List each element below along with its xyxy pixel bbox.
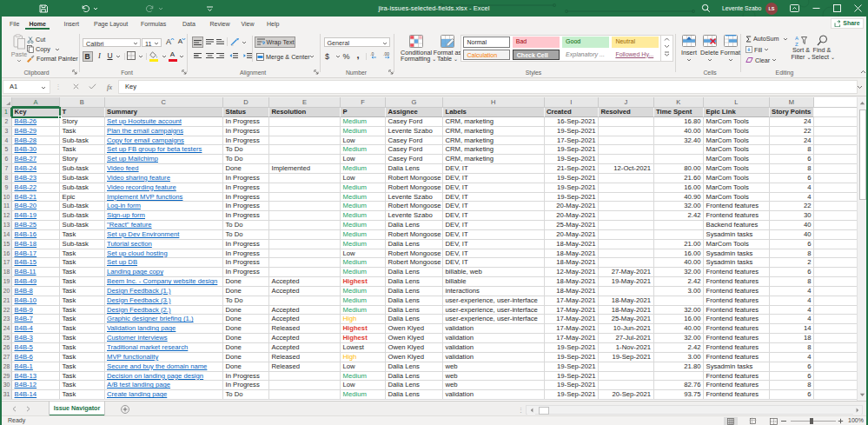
cell-D10[interactable]: In Progress bbox=[223, 193, 269, 203]
cell-L19[interactable]: Frontend features bbox=[704, 277, 770, 287]
cell-M31[interactable]: 6 bbox=[770, 390, 815, 400]
cell-L25[interactable]: Frontend features bbox=[704, 334, 770, 343]
cell-B14[interactable]: Task bbox=[60, 230, 105, 240]
cell-C22[interactable]: Design Feedback (2.) bbox=[105, 306, 224, 315]
font-name-combo[interactable]: Calibri bbox=[83, 38, 141, 48]
horizontal-scroll-thumb[interactable] bbox=[539, 407, 549, 415]
ribbon-tab-file[interactable]: File bbox=[10, 17, 19, 30]
cell-I29[interactable]: 19-Sep-2021 bbox=[545, 372, 600, 382]
cell-style-check-cell[interactable]: Check Cell bbox=[513, 50, 560, 61]
vertical-scrollbar[interactable] bbox=[857, 97, 866, 401]
gallery-scroll-up[interactable] bbox=[664, 37, 670, 42]
header-cell-key[interactable]: Key bbox=[12, 108, 60, 117]
cell-B24[interactable]: Task bbox=[60, 324, 105, 334]
cell-M12[interactable]: 30 bbox=[770, 211, 815, 221]
cell-H12[interactable]: DEV, IT bbox=[443, 211, 545, 221]
cell-G12[interactable]: Levente Szabo bbox=[386, 211, 443, 221]
cell-I22[interactable]: 17-May-2021 bbox=[545, 306, 600, 315]
cell-G24[interactable]: Owen Klyed bbox=[386, 324, 443, 334]
increase-indent-button[interactable] bbox=[243, 53, 252, 59]
cell-G13[interactable]: Dalia Lens bbox=[386, 221, 443, 230]
sort-filter-dropdown[interactable]: ⌄ bbox=[806, 55, 811, 60]
avatar[interactable]: LS bbox=[765, 3, 778, 15]
cell-C23[interactable]: Graphic designer briefing (1.) bbox=[105, 315, 224, 324]
cell-C2[interactable]: Set up Hootsuite account bbox=[105, 117, 224, 127]
cell-G7[interactable]: Dalia Lens bbox=[386, 164, 443, 174]
cell-style-good[interactable]: Good bbox=[562, 37, 609, 48]
cell-M5[interactable]: 8 bbox=[770, 145, 815, 155]
cell-H25[interactable]: validation bbox=[443, 334, 545, 343]
zoom-in-button[interactable] bbox=[838, 418, 844, 424]
cell-E16[interactable] bbox=[269, 249, 341, 259]
cell-I18[interactable]: 12-May-2021 bbox=[545, 268, 600, 277]
accounting-format-button[interactable]: $ bbox=[325, 52, 329, 61]
cell-M20[interactable]: 4 bbox=[770, 287, 815, 296]
cell-F14[interactable]: Medium bbox=[341, 230, 386, 240]
cell-F24[interactable]: Highest bbox=[341, 324, 386, 334]
row-number-2[interactable]: 2 bbox=[2, 117, 12, 127]
cell-F30[interactable]: Low bbox=[341, 381, 386, 390]
cell-N14[interactable] bbox=[814, 230, 857, 240]
cell-J5[interactable] bbox=[599, 145, 654, 155]
header-cell-resolution[interactable]: Resolution bbox=[269, 108, 341, 117]
underline-button[interactable]: U bbox=[106, 51, 114, 62]
scroll-right-button[interactable] bbox=[853, 407, 861, 415]
cell-K3[interactable]: 40.00 bbox=[654, 127, 705, 136]
cell-C4[interactable]: Copy for email campaigns bbox=[105, 136, 224, 146]
cell-I3[interactable]: 19-Sep-2021 bbox=[545, 127, 600, 136]
cell-A7[interactable]: B4B-24 bbox=[12, 164, 60, 174]
cell-E8[interactable] bbox=[269, 174, 341, 183]
cell-H19[interactable]: billable bbox=[443, 277, 545, 287]
cell-E12[interactable] bbox=[269, 211, 341, 221]
cell-H2[interactable]: CRM, marketing bbox=[443, 117, 545, 127]
cell-F20[interactable]: Medium bbox=[341, 287, 386, 296]
cell-H8[interactable]: DEV, IT bbox=[443, 174, 545, 183]
ribbon-tab-page-layout[interactable]: Page Layout bbox=[94, 17, 128, 30]
page-layout-view-button[interactable] bbox=[745, 417, 759, 425]
cell-N27[interactable] bbox=[814, 353, 857, 362]
column-header-I[interactable]: I bbox=[545, 97, 600, 108]
cell-A22[interactable]: B4B-9 bbox=[12, 306, 60, 315]
cell-E26[interactable]: Accepted bbox=[269, 343, 341, 353]
cell-F3[interactable]: Medium bbox=[341, 127, 386, 136]
cell-M24[interactable]: 14 bbox=[770, 324, 815, 334]
fill-color-button[interactable] bbox=[149, 51, 159, 62]
cell-E9[interactable] bbox=[269, 183, 341, 193]
cell-G9[interactable]: Robert Mongoose bbox=[386, 183, 443, 193]
header-cell-type[interactable]: T bbox=[60, 108, 105, 117]
align-right-button[interactable] bbox=[216, 53, 224, 59]
header-cell-priority[interactable]: P bbox=[341, 108, 386, 117]
cell-K7[interactable]: 80.00 bbox=[654, 164, 705, 174]
cell-C26[interactable]: Traditional market research bbox=[105, 343, 224, 353]
formula-bar-expand[interactable] bbox=[857, 85, 863, 90]
cell-K23[interactable]: 16.00 bbox=[654, 315, 705, 324]
cell-F27[interactable]: High bbox=[341, 353, 386, 362]
row-number-15[interactable]: 15 bbox=[2, 240, 12, 249]
cell-G17[interactable]: Robert Mongoose bbox=[386, 258, 443, 268]
cell-B16[interactable]: Task bbox=[60, 249, 105, 259]
cell-L26[interactable]: Frontend features bbox=[704, 343, 770, 353]
cell-K30[interactable]: 82.76 bbox=[654, 381, 705, 390]
normal-view-button[interactable] bbox=[724, 417, 738, 425]
cell-A12[interactable]: B4B-19 bbox=[12, 211, 60, 221]
cell-C6[interactable]: Set up Mailchimp bbox=[105, 155, 224, 164]
cell-I2[interactable]: 16-Sep-2021 bbox=[545, 117, 600, 127]
cell-K17[interactable]: 40.00 bbox=[654, 258, 705, 268]
sheet-nav-prev[interactable] bbox=[10, 405, 17, 413]
cell-G6[interactable]: Casey Ford bbox=[386, 155, 443, 164]
cell-J12[interactable] bbox=[599, 211, 654, 221]
font-color-dropdown[interactable] bbox=[179, 55, 184, 58]
font-color-button[interactable]: A bbox=[169, 51, 177, 62]
header-cell-created[interactable]: Created bbox=[545, 108, 600, 117]
cell-N7[interactable] bbox=[814, 164, 857, 174]
search-icon[interactable] bbox=[699, 0, 712, 17]
cell-L6[interactable]: MarCom Tools bbox=[704, 155, 770, 164]
row-number-14[interactable]: 14 bbox=[2, 230, 12, 240]
cell-B22[interactable]: Task bbox=[60, 306, 105, 315]
cell-N15[interactable] bbox=[814, 240, 857, 249]
cell-I28[interactable]: 19-Sep-2021 bbox=[545, 362, 600, 372]
cell-N26[interactable] bbox=[814, 343, 857, 353]
ribbon-tab-data[interactable]: Data bbox=[182, 17, 195, 30]
cell-H13[interactable]: DEV, IT bbox=[443, 221, 545, 230]
cell-N24[interactable] bbox=[814, 324, 857, 334]
